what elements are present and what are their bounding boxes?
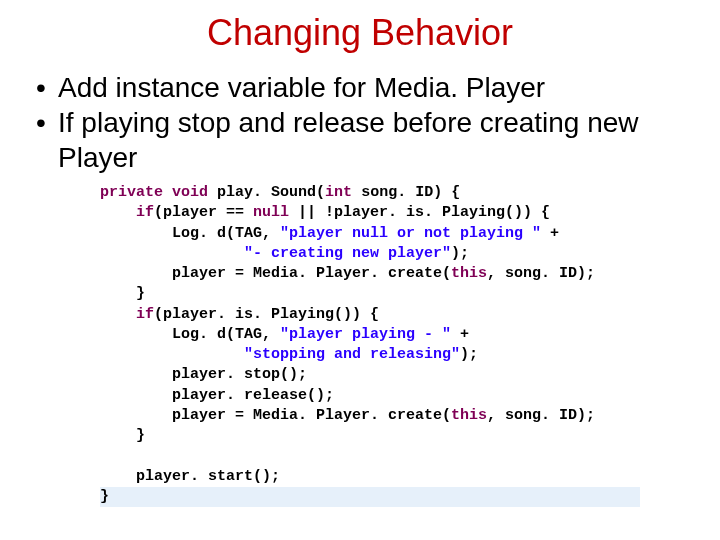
code-text: play. Sound (217, 184, 316, 201)
code-text: + (541, 225, 559, 242)
bullet-item: Add instance variable for Media. Player (30, 70, 690, 105)
bullet-item: If playing stop and release before creat… (30, 105, 690, 175)
code-text: + (451, 326, 469, 343)
code-text: } (136, 427, 145, 444)
bullet-list: Add instance variable for Media. Player … (30, 70, 690, 175)
code-text: ); (451, 245, 469, 262)
code-text: song. ID (361, 184, 433, 201)
code-text: Log. d(TAG, (136, 225, 280, 242)
code-text: ); (460, 346, 478, 363)
code-text: (player. is. Playing()) { (154, 306, 379, 323)
code-text: (player == (154, 204, 253, 221)
string-literal: "player null or not playing " (280, 225, 541, 242)
string-literal: "- creating new player" (244, 245, 451, 262)
keyword-null: null (253, 204, 289, 221)
code-cursor-line: } (100, 487, 640, 507)
code-text: player. stop(); (136, 366, 307, 383)
code-text (136, 346, 244, 363)
slide-title: Changing Behavior (30, 12, 690, 54)
keyword-int: int (325, 184, 352, 201)
code-text: player = Media. Player. create( (136, 407, 451, 424)
code-text: player. start(); (136, 468, 280, 485)
code-text: } (100, 488, 109, 505)
code-text: } (136, 285, 145, 302)
code-text: Log. d(TAG, (136, 326, 280, 343)
code-text: , song. ID); (487, 407, 595, 424)
code-text: , song. ID); (487, 265, 595, 282)
string-literal: "stopping and releasing" (244, 346, 460, 363)
code-block: private void play. Sound(int song. ID) {… (30, 183, 690, 507)
keyword-this: this (451, 265, 487, 282)
code-text: player = Media. Player. create( (136, 265, 451, 282)
code-text (136, 245, 244, 262)
keyword-this: this (451, 407, 487, 424)
string-literal: "player playing - " (280, 326, 451, 343)
keyword-if: if (136, 306, 154, 323)
keyword-if: if (136, 204, 154, 221)
code-text: player. release(); (136, 387, 334, 404)
keyword-void: void (172, 184, 208, 201)
keyword-private: private (100, 184, 163, 201)
code-text: || !player. is. Playing()) { (289, 204, 550, 221)
